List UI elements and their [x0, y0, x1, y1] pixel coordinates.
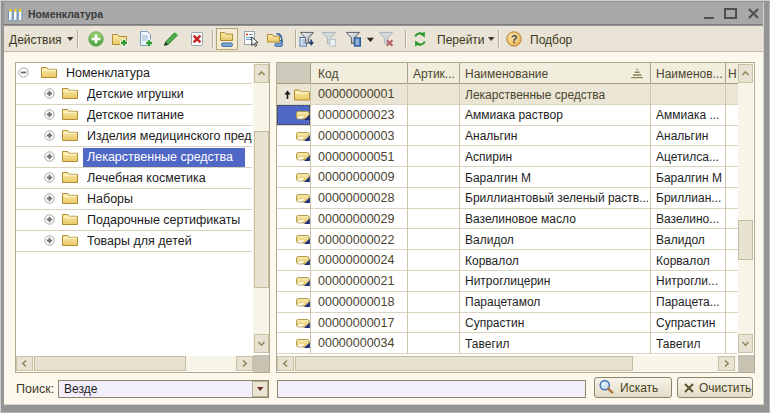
svg-text:?: ? — [511, 33, 518, 45]
